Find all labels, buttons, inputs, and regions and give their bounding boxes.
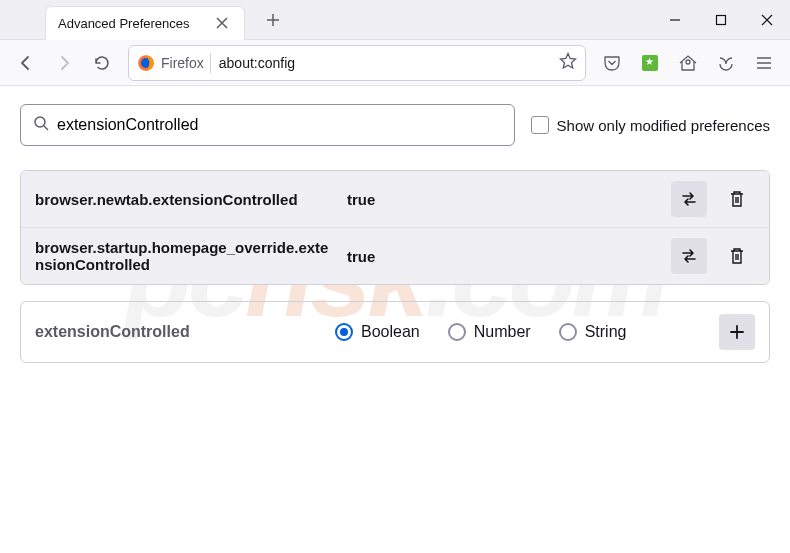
radio-input[interactable] bbox=[335, 323, 353, 341]
tab-title: Advanced Preferences bbox=[58, 16, 190, 31]
pocket-icon[interactable] bbox=[594, 45, 630, 81]
radio-string[interactable]: String bbox=[559, 323, 627, 341]
radio-label: String bbox=[585, 323, 627, 341]
shield-icon[interactable] bbox=[708, 45, 744, 81]
new-tab-button[interactable] bbox=[257, 4, 289, 36]
search-box[interactable] bbox=[20, 104, 515, 146]
tab-close-icon[interactable] bbox=[214, 15, 230, 31]
extension-icon[interactable] bbox=[632, 45, 668, 81]
delete-button[interactable] bbox=[719, 238, 755, 274]
minimize-button[interactable] bbox=[652, 0, 698, 40]
toggle-button[interactable] bbox=[671, 181, 707, 217]
show-modified-checkbox[interactable] bbox=[531, 116, 549, 134]
url-browser-label: Firefox bbox=[161, 55, 204, 71]
toggle-button[interactable] bbox=[671, 238, 707, 274]
content-area: Show only modified preferences browser.n… bbox=[0, 86, 790, 381]
reload-button[interactable] bbox=[84, 45, 120, 81]
radio-label: Boolean bbox=[361, 323, 420, 341]
preference-value: true bbox=[347, 248, 659, 265]
svg-rect-0 bbox=[717, 15, 726, 24]
new-preference-row: extensionControlled Boolean Number Strin… bbox=[20, 301, 770, 363]
search-icon bbox=[33, 115, 49, 135]
forward-button[interactable] bbox=[46, 45, 82, 81]
account-icon[interactable] bbox=[670, 45, 706, 81]
show-modified-label: Show only modified preferences bbox=[557, 117, 770, 134]
titlebar: Advanced Preferences bbox=[0, 0, 790, 40]
radio-boolean[interactable]: Boolean bbox=[335, 323, 420, 341]
radio-number[interactable]: Number bbox=[448, 323, 531, 341]
radio-input[interactable] bbox=[448, 323, 466, 341]
preference-name: browser.newtab.extensionControlled bbox=[35, 191, 335, 208]
add-preference-button[interactable] bbox=[719, 314, 755, 350]
search-input[interactable] bbox=[57, 116, 502, 134]
back-button[interactable] bbox=[8, 45, 44, 81]
type-radio-group: Boolean Number String bbox=[335, 323, 719, 341]
maximize-button[interactable] bbox=[698, 0, 744, 40]
show-modified-checkbox-wrap[interactable]: Show only modified preferences bbox=[531, 116, 770, 134]
new-preference-name: extensionControlled bbox=[35, 323, 335, 341]
preference-row: browser.newtab.extensionControlled true bbox=[21, 171, 769, 228]
toolbar: Firefox about:config bbox=[0, 40, 790, 86]
preference-row: browser.startup.homepage_override.extens… bbox=[21, 228, 769, 284]
preference-results: browser.newtab.extensionControlled true … bbox=[20, 170, 770, 285]
url-text: about:config bbox=[219, 55, 559, 71]
url-divider bbox=[210, 53, 211, 73]
bookmark-star-icon[interactable] bbox=[559, 52, 577, 74]
window-controls bbox=[652, 0, 790, 40]
close-window-button[interactable] bbox=[744, 0, 790, 40]
browser-tab[interactable]: Advanced Preferences bbox=[45, 6, 245, 40]
svg-point-3 bbox=[35, 117, 45, 127]
preference-value: true bbox=[347, 191, 659, 208]
menu-button[interactable] bbox=[746, 45, 782, 81]
preference-name: browser.startup.homepage_override.extens… bbox=[35, 239, 335, 273]
firefox-icon bbox=[137, 54, 155, 72]
radio-input[interactable] bbox=[559, 323, 577, 341]
radio-label: Number bbox=[474, 323, 531, 341]
url-bar[interactable]: Firefox about:config bbox=[128, 45, 586, 81]
search-row: Show only modified preferences bbox=[20, 104, 770, 146]
delete-button[interactable] bbox=[719, 181, 755, 217]
